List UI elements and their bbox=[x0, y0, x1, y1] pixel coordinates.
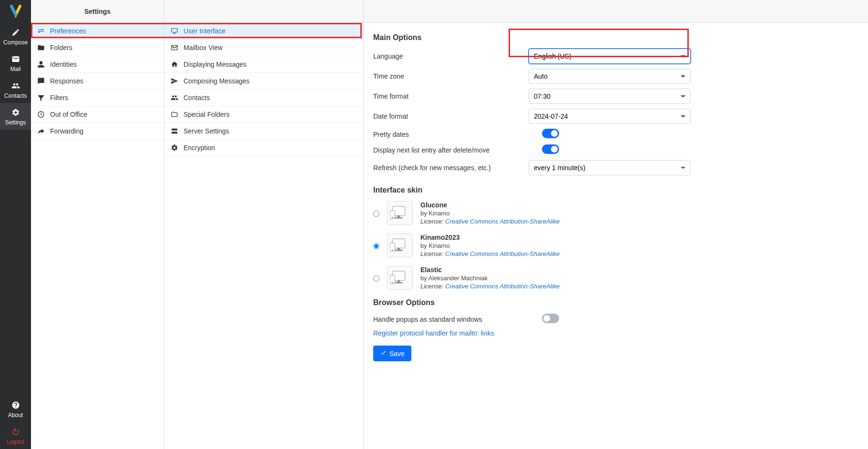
pretty-label: Pretty dates bbox=[373, 131, 529, 138]
list-item-label: Contacts bbox=[184, 94, 210, 102]
settings-item-folders[interactable]: Folders bbox=[31, 40, 164, 56]
pretty-toggle[interactable] bbox=[542, 129, 559, 138]
gear-icon bbox=[170, 143, 179, 152]
folder-outline-icon bbox=[170, 110, 179, 119]
displaynext-toggle[interactable] bbox=[542, 144, 559, 154]
language-select[interactable]: English (US) bbox=[529, 49, 691, 64]
list-item-label: Preferences bbox=[50, 27, 86, 35]
settings-item-filters[interactable]: Filters bbox=[31, 90, 164, 106]
section-server[interactable]: Server Settings bbox=[164, 123, 363, 140]
sections-header-blank bbox=[164, 0, 363, 23]
skin-meta: Gluconeby KinamoLicense: Creative Common… bbox=[420, 201, 560, 225]
skin-radio[interactable] bbox=[373, 276, 379, 282]
nav-about[interactable]: About bbox=[0, 396, 31, 422]
skin-license: License: Creative Commons Attribution-Sh… bbox=[420, 218, 560, 225]
list-item-label: Filters bbox=[50, 94, 68, 102]
svg-point-14 bbox=[392, 249, 393, 251]
list-item-label: Mailbox View bbox=[184, 44, 223, 51]
list-item-label: Encryption bbox=[184, 144, 215, 152]
section-display[interactable]: Displaying Messages bbox=[164, 56, 363, 73]
list-item-label: Folders bbox=[50, 44, 72, 51]
skin-license-link[interactable]: Creative Commons Attribution-ShareAlike bbox=[445, 283, 560, 290]
svg-rect-4 bbox=[172, 132, 177, 133]
nav-contacts[interactable]: Contacts bbox=[0, 76, 31, 103]
skin-option: Elasticby Aleksander MachniakLicense: Cr… bbox=[373, 266, 858, 290]
section-contacts[interactable]: Contacts bbox=[164, 90, 363, 106]
timeformat-label: Time format bbox=[373, 92, 529, 100]
list-item-label: Identities bbox=[50, 61, 77, 68]
skin-author: by Kinamo bbox=[420, 242, 560, 249]
nav-compose[interactable]: Compose bbox=[0, 23, 31, 50]
section-mailbox[interactable]: Mailbox View bbox=[164, 40, 363, 56]
language-label: Language bbox=[373, 52, 529, 60]
settings-list: Settings Preferences Folders Identities … bbox=[31, 0, 164, 449]
row-timeformat: Time format 07:30 bbox=[373, 89, 858, 104]
gear-icon bbox=[11, 108, 20, 117]
section-ui[interactable]: User Interface bbox=[164, 23, 363, 40]
row-timezone: Time zone Auto bbox=[373, 69, 858, 84]
row-refresh: Refresh (check for new messages, etc.) e… bbox=[373, 160, 858, 175]
row-pretty: Pretty dates bbox=[373, 129, 858, 140]
skin-name: Glucone bbox=[420, 201, 560, 209]
svg-rect-1 bbox=[172, 29, 177, 32]
inbox-icon bbox=[170, 60, 179, 69]
section-compose[interactable]: Composing Messages bbox=[164, 73, 363, 90]
share-icon bbox=[37, 127, 45, 135]
skin-title: Interface skin bbox=[373, 186, 858, 194]
main-options-title: Main Options bbox=[373, 33, 858, 42]
settings-columns: Settings Preferences Folders Identities … bbox=[31, 0, 364, 449]
register-mailto-link[interactable]: Register protocol handler for mailto: li… bbox=[373, 329, 858, 337]
skin-name: Kinamo2023 bbox=[420, 234, 560, 241]
dateformat-select[interactable]: 2024-07-24 bbox=[529, 109, 691, 124]
sliders-icon bbox=[37, 27, 45, 35]
svg-rect-3 bbox=[172, 129, 177, 131]
content-header-blank bbox=[364, 0, 868, 23]
skin-author: by Aleksander Machniak bbox=[420, 275, 560, 282]
section-special[interactable]: Special Folders bbox=[164, 106, 363, 123]
settings-item-responses[interactable]: Responses bbox=[31, 73, 164, 90]
popups-label: Handle popups as standard windows bbox=[373, 316, 529, 323]
nav-logout[interactable]: Logout bbox=[0, 422, 31, 449]
comment-icon bbox=[37, 77, 45, 85]
settings-item-forwarding[interactable]: Forwarding bbox=[31, 123, 164, 140]
compose-icon bbox=[11, 28, 20, 37]
skin-option: Gluconeby KinamoLicense: Creative Common… bbox=[373, 201, 858, 225]
skin-thumbnail bbox=[387, 266, 413, 290]
list-item-label: Out of Office bbox=[50, 111, 87, 118]
content-wrap: Main Options Language English (US) Time … bbox=[364, 0, 868, 449]
help-icon bbox=[11, 400, 20, 410]
nav-mail[interactable]: Mail bbox=[0, 50, 31, 76]
skin-meta: Kinamo2023by KinamoLicense: Creative Com… bbox=[420, 234, 560, 257]
save-button[interactable]: Save bbox=[373, 346, 411, 361]
timeformat-select[interactable]: 07:30 bbox=[529, 89, 691, 104]
displaynext-label: Display next list entry after delete/mov… bbox=[373, 146, 529, 154]
refresh-select[interactable]: every 1 minute(s) bbox=[529, 160, 691, 175]
settings-header: Settings bbox=[31, 0, 164, 23]
nav-settings[interactable]: Settings bbox=[0, 103, 31, 130]
settings-item-identities[interactable]: Identities bbox=[31, 56, 164, 73]
skin-license-link[interactable]: Creative Commons Attribution-ShareAlike bbox=[445, 218, 560, 225]
skin-thumbnail bbox=[387, 234, 413, 257]
users-icon bbox=[170, 93, 179, 102]
clock-icon bbox=[37, 110, 45, 119]
section-encryption[interactable]: Encryption bbox=[164, 140, 363, 156]
sections-list: User Interface Mailbox View Displaying M… bbox=[164, 0, 364, 449]
svg-rect-6 bbox=[398, 215, 400, 217]
check-icon bbox=[380, 349, 387, 357]
settings-item-ooo[interactable]: Out of Office bbox=[31, 106, 164, 123]
skin-radio[interactable] bbox=[373, 211, 379, 217]
settings-item-preferences[interactable]: Preferences bbox=[31, 23, 164, 40]
logo bbox=[0, 0, 31, 23]
browser-title: Browser Options bbox=[373, 298, 858, 307]
svg-rect-17 bbox=[395, 282, 403, 284]
skin-license-link[interactable]: Creative Commons Attribution-ShareAlike bbox=[445, 250, 560, 257]
timezone-select[interactable]: Auto bbox=[529, 69, 691, 84]
svg-rect-12 bbox=[395, 250, 403, 251]
skin-radio[interactable] bbox=[373, 243, 379, 249]
list-item-label: Special Folders bbox=[184, 111, 230, 118]
list-item-label: Composing Messages bbox=[184, 77, 250, 85]
row-popups: Handle popups as standard windows bbox=[373, 314, 858, 325]
refresh-label: Refresh (check for new messages, etc.) bbox=[373, 164, 529, 172]
list-item-label: Forwarding bbox=[50, 127, 83, 135]
popups-toggle[interactable] bbox=[542, 314, 559, 323]
